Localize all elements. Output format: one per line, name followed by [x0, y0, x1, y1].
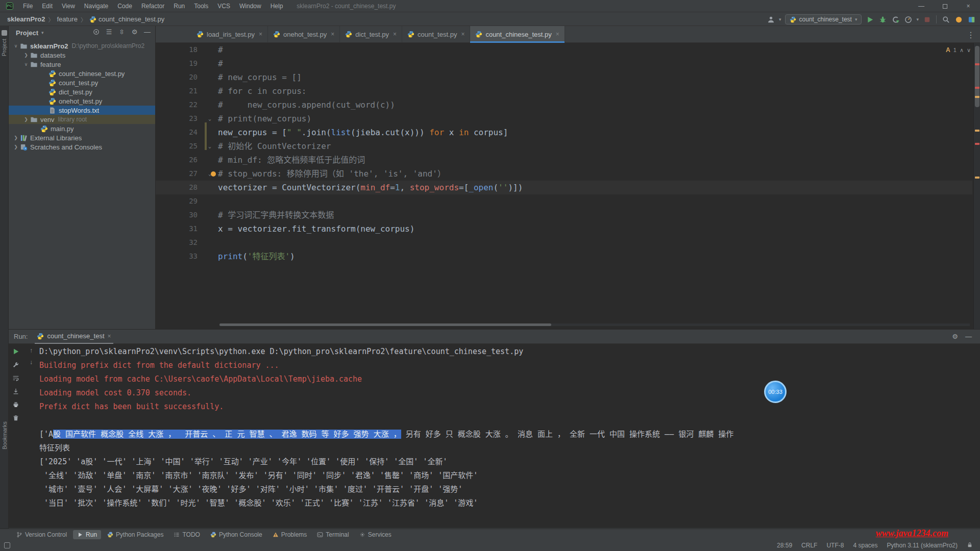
clear-all-button[interactable] [12, 413, 20, 422]
arrow-up-icon[interactable]: ↑ [30, 347, 33, 354]
menu-file[interactable]: File [18, 3, 37, 10]
fold-arrow-icon[interactable]: ⌄ [202, 139, 218, 153]
line-number[interactable]: 19 [156, 57, 202, 70]
gear-icon[interactable]: ⚙ [952, 333, 958, 340]
toolwindow-terminal[interactable]: Terminal [313, 530, 353, 539]
line-number[interactable]: 31 [156, 222, 202, 236]
status-segment-2[interactable]: UTF-8 [826, 542, 844, 549]
hide-panel-icon[interactable]: — [143, 28, 151, 36]
toolwindow-problems[interactable]: Problems [268, 530, 311, 539]
tree-item-feature[interactable]: ∨feature [9, 60, 155, 69]
bookmarks-strip-label[interactable]: Bookmarks [2, 421, 8, 449]
debug-button[interactable] [878, 15, 887, 24]
close-icon[interactable]: × [331, 31, 334, 38]
run-configuration-select[interactable]: count_chinese_test▾ [785, 14, 862, 24]
profiler-button[interactable] [903, 15, 913, 24]
tree-chevron-icon[interactable]: ❯ [23, 53, 29, 58]
prev-problem-icon[interactable]: ∧ [960, 47, 964, 54]
tree-item-scratches-and-consoles[interactable]: ❯Scratches and Consoles [9, 142, 155, 152]
menu-code[interactable]: Code [113, 3, 137, 10]
close-icon[interactable]: × [259, 31, 262, 38]
line-number[interactable]: 20 [156, 70, 202, 84]
soft-wrap-button[interactable] [12, 373, 20, 382]
tree-item-main-py[interactable]: main.py [9, 124, 155, 133]
tree-chevron-icon[interactable]: ❯ [23, 117, 29, 122]
edit-configuration-button[interactable] [12, 360, 20, 369]
collapse-all-icon[interactable]: ⇳ [118, 28, 126, 36]
line-number[interactable]: 27 [156, 167, 202, 181]
menu-window[interactable]: Window [235, 3, 266, 10]
line-number[interactable]: 33 [156, 249, 202, 263]
tree-item-external-libraries[interactable]: ❯External Libraries [9, 133, 155, 142]
status-segment-4[interactable]: Python 3.11 (sklearnPro2) [887, 542, 958, 549]
gear-icon[interactable]: ⚙ [131, 28, 138, 36]
tree-chevron-icon[interactable]: ❯ [13, 144, 19, 149]
tree-item-count-test-py[interactable]: count_test.py [9, 78, 155, 87]
status-segment-1[interactable]: CRLF [801, 542, 817, 549]
toolwindow-services[interactable]: Services [355, 530, 396, 539]
vertical-scrollbar[interactable] [973, 43, 980, 329]
close-button[interactable]: × [957, 0, 980, 12]
run-button[interactable] [865, 15, 874, 24]
close-icon[interactable]: × [556, 31, 559, 38]
fold-arrow-icon[interactable]: ⌄ [202, 167, 218, 181]
user-profile-icon[interactable] [766, 15, 775, 24]
minimize-button[interactable]: — [910, 0, 933, 12]
tree-item-sklearnpro2[interactable]: ∨sklearnPro2D:\python_pro\sklearnPro2 [9, 41, 155, 51]
inspections-widget[interactable]: A 1 ∧ ∨ [946, 46, 971, 54]
line-number[interactable]: 22 [156, 98, 202, 112]
toolwindow-todo[interactable]: TODO [169, 530, 204, 539]
horizontal-scrollbar[interactable] [219, 323, 970, 326]
line-number[interactable]: 23 [156, 112, 202, 126]
tree-item-dict-test-py[interactable]: dict_test.py [9, 87, 155, 96]
tabs-more-icon[interactable]: ⋮ [967, 30, 975, 40]
breadcrumb-item-1[interactable]: feature [57, 15, 77, 23]
project-tool-icon[interactable] [2, 30, 7, 36]
tree-item-count-chinese-test-py[interactable]: count_chinese_test.py [9, 69, 155, 78]
line-number[interactable]: 29 [156, 194, 202, 208]
stop-button[interactable] [922, 15, 932, 24]
tree-chevron-icon[interactable]: ❯ [13, 135, 19, 140]
layout-toggle-icon[interactable] [967, 15, 976, 24]
toolwindow-version-control[interactable]: Version Control [12, 530, 71, 539]
lock-icon[interactable] [967, 542, 973, 549]
menu-view[interactable]: View [57, 3, 80, 10]
code-editor[interactable]: 18#19#20# new_corpus = []21# for c in co… [156, 43, 972, 321]
recording-timer-badge[interactable]: 00:33 [764, 381, 787, 403]
line-number[interactable]: 24 [156, 126, 202, 139]
tree-item-onehot-test-py[interactable]: onehot_test.py [9, 96, 155, 106]
run-console-tab[interactable]: count_chinese_test × [35, 330, 113, 344]
line-number[interactable]: 21 [156, 84, 202, 98]
hide-panel-icon[interactable]: — [965, 333, 972, 340]
toolwindow-python-packages[interactable]: Python Packages [103, 530, 167, 539]
expand-all-icon[interactable]: ☰ [105, 28, 113, 36]
toolwindow-python-console[interactable]: Python Console [206, 530, 266, 539]
intention-bulb-icon[interactable] [211, 171, 216, 177]
status-left-icon[interactable] [4, 542, 10, 548]
maximize-button[interactable] [933, 0, 957, 12]
breadcrumb-item-0[interactable]: sklearnPro2 [7, 15, 45, 23]
editor-tab-onehot_test-py[interactable]: onehot_test.py× [268, 26, 340, 42]
line-number[interactable]: 32 [156, 236, 202, 249]
editor-tab-load_iris_test-py[interactable]: load_iris_test.py× [191, 26, 268, 42]
arrow-down-icon[interactable]: ↓ [30, 359, 33, 366]
close-icon[interactable]: × [393, 31, 397, 38]
close-icon[interactable]: × [461, 31, 464, 38]
settings-sync-icon[interactable] [954, 15, 963, 24]
editor-tab-dict_test-py[interactable]: dict_test.py× [340, 26, 402, 42]
search-everywhere-button[interactable] [941, 15, 950, 24]
tree-item-venv[interactable]: ❯venvlibrary root [9, 115, 155, 124]
line-number[interactable]: 18 [156, 43, 202, 57]
menu-tools[interactable]: Tools [189, 3, 213, 10]
fold-arrow-icon[interactable]: ⌄ [202, 112, 218, 126]
menu-navigate[interactable]: Navigate [80, 3, 113, 10]
locate-file-icon[interactable] [92, 28, 100, 36]
close-icon[interactable]: × [108, 333, 111, 340]
tree-item-stopwords-txt[interactable]: stopWords.txt [9, 106, 155, 115]
editor-tab-count_chinese_test-py[interactable]: count_chinese_test.py× [470, 26, 565, 42]
tree-chevron-icon[interactable]: ∨ [23, 62, 29, 67]
rerun-button[interactable] [12, 347, 20, 356]
next-problem-icon[interactable]: ∨ [967, 47, 971, 54]
run-console-output[interactable]: D:\python_pro\sklearnPro2\venv\Scripts\p… [39, 345, 973, 528]
editor-tab-count_test-py[interactable]: count_test.py× [402, 26, 470, 42]
